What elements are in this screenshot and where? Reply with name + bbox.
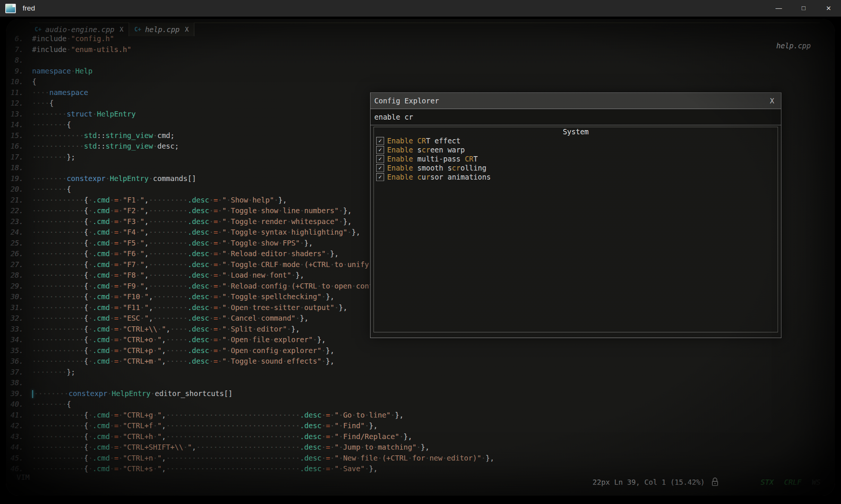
code-text: ············{·.cmd·=·"CTRL+o·",·····.des… xyxy=(32,334,326,345)
tab-audio-engine-cpp[interactable]: C+audio-engine.cppX xyxy=(29,23,129,36)
code-line: 36.············{·.cmd·=·"CTRL+m·",·····.… xyxy=(6,356,835,367)
config-item-label: Enable cursor animations xyxy=(387,173,491,181)
cursor-position-label: 22px Ln 39, Col 1 (15.42%) xyxy=(593,478,705,486)
line-number: 6. xyxy=(6,33,23,44)
popup-title: Config Explorer xyxy=(374,97,439,105)
code-line: 9.namespace·Help xyxy=(6,66,835,77)
code-text: ············{·.cmd·=·"CTRL+n·",·········… xyxy=(32,453,494,464)
checkbox-checked-icon[interactable]: ✓ xyxy=(376,146,384,154)
line-number: 15. xyxy=(6,130,23,141)
line-number: 41. xyxy=(6,410,23,421)
line-number: 43. xyxy=(6,431,23,442)
code-line: 44.············{·.cmd·=·"CTRL+SHIFT+\\·"… xyxy=(6,442,835,453)
tab-close-icon[interactable]: X xyxy=(185,26,189,33)
window-title: fred xyxy=(23,4,35,12)
code-text: ········struct·HelpEntry xyxy=(32,109,136,120)
minimize-button[interactable]: — xyxy=(766,0,791,17)
line-number: 14. xyxy=(6,119,23,130)
line-number: 18. xyxy=(6,162,23,173)
tab-help-cpp[interactable]: C+help.cppX xyxy=(129,23,194,36)
checkbox-checked-icon[interactable]: ✓ xyxy=(376,173,384,181)
line-number: 23. xyxy=(6,216,23,227)
lock-icon xyxy=(711,478,719,487)
text-cursor xyxy=(32,390,33,398)
code-text: ············{·.cmd·=·"F4·",·········.des… xyxy=(32,227,360,238)
line-number: 19. xyxy=(6,173,23,184)
config-list-panel: System ✓Enable CRT effect✓Enable screen … xyxy=(374,127,778,332)
code-text: ············{·.cmd·=·"CTRL+\\·",····.des… xyxy=(32,324,300,335)
file-name-overlay: help.cpp xyxy=(776,41,811,50)
window-titlebar: fred — □ ✕ xyxy=(0,0,841,17)
code-text: ········constexpr·HelpEntry·commands[] xyxy=(32,173,196,184)
code-text: namespace·Help xyxy=(32,66,92,77)
line-number: 11. xyxy=(6,87,23,98)
maximize-button[interactable]: □ xyxy=(791,0,816,17)
line-number: 44. xyxy=(6,442,23,453)
vim-mode-label: VIM xyxy=(17,473,29,481)
close-button[interactable]: ✕ xyxy=(816,0,841,17)
tab-close-icon[interactable]: X xyxy=(120,26,123,33)
status-flag-ws: WS xyxy=(812,478,821,486)
code-text: ············{·.cmd·=·"CTRL+g·",·········… xyxy=(32,410,404,421)
line-number: 12. xyxy=(6,98,23,109)
checkbox-checked-icon[interactable]: ✓ xyxy=(376,137,384,145)
line-number: 16. xyxy=(6,141,23,152)
config-item[interactable]: ✓Enable screen warp xyxy=(376,145,775,154)
config-item[interactable]: ✓Enable cursor animations xyxy=(376,172,775,181)
code-text: ············{·.cmd·=·"CTRL+h·",·········… xyxy=(32,431,412,442)
line-number: 26. xyxy=(6,248,23,259)
code-text: ············{·.cmd·=·"CTRL+SHIFT+\\·",··… xyxy=(32,442,429,453)
line-number: 25. xyxy=(6,238,23,249)
code-text: ········constexpr·HelpEntry·editor_short… xyxy=(32,388,232,399)
code-text: ········{ xyxy=(32,399,71,410)
line-number: 37. xyxy=(6,367,23,378)
code-text: #include·"enum-utils.h" xyxy=(32,44,131,55)
code-line: 35.············{·.cmd·=·"CTRL+p·",·····.… xyxy=(6,345,835,356)
line-number: 7. xyxy=(6,44,23,55)
code-text: ············{·.cmd·=·"F11·",········.des… xyxy=(32,302,347,313)
code-line: 41.············{·.cmd·=·"CTRL+g·",······… xyxy=(6,410,835,421)
status-flags: STXCRLFWS xyxy=(719,478,821,486)
code-text: ········{ xyxy=(32,119,71,130)
code-text: ····{ xyxy=(32,98,54,109)
line-number: 10. xyxy=(6,76,23,87)
code-text: ············{·.cmd·=·"ESC·",········.des… xyxy=(32,313,309,324)
code-text: ········}; xyxy=(32,152,75,163)
code-line: 8. xyxy=(6,55,835,66)
code-text: ····namespace xyxy=(32,87,88,98)
line-number: 40. xyxy=(6,399,23,410)
code-text: ········{ xyxy=(32,184,71,195)
checkbox-checked-icon[interactable]: ✓ xyxy=(376,155,384,163)
code-line: 43.············{·.cmd·=·"CTRL+h·",······… xyxy=(6,431,835,442)
code-text: ············{·.cmd·=·"F3·",·········.des… xyxy=(32,216,352,227)
code-line: 42.············{·.cmd·=·"CTRL+f·",······… xyxy=(6,420,835,431)
config-search-input[interactable]: enable cr xyxy=(371,109,781,125)
code-line: 40.········{ xyxy=(6,399,835,410)
code-text: ············{·.cmd·=·"F10·",········.des… xyxy=(32,291,334,302)
config-item[interactable]: ✓Enable multi-pass CRT xyxy=(376,154,775,163)
cpp-file-icon: C+ xyxy=(35,26,42,33)
config-item[interactable]: ✓Enable smooth scrolling xyxy=(376,163,775,172)
line-number: 35. xyxy=(6,345,23,356)
line-number: 13. xyxy=(6,109,23,120)
popup-close-button[interactable]: X xyxy=(767,97,777,105)
config-item[interactable]: ✓Enable CRT effect xyxy=(376,136,775,145)
line-number: 31. xyxy=(6,302,23,313)
code-text: ············{·.cmd·=·"F2·",·········.des… xyxy=(32,205,352,216)
tab-bar: C+audio-engine.cppXC+help.cppX xyxy=(29,23,194,36)
checkbox-checked-icon[interactable]: ✓ xyxy=(376,164,384,172)
code-text: ············{·.cmd·=·"CTRL+s·",·········… xyxy=(32,463,378,474)
line-number: 39. xyxy=(6,388,23,399)
status-flag-stx: STX xyxy=(761,478,773,486)
line-number: 28. xyxy=(6,270,23,281)
config-item-label: Enable smooth scrolling xyxy=(387,164,486,172)
code-line: 45.············{·.cmd·=·"CTRL+n·",······… xyxy=(6,453,835,464)
crt-screen: C+audio-engine.cppXC+help.cppX help.cpp … xyxy=(6,19,835,496)
line-number: 9. xyxy=(6,66,23,77)
code-line: 39.········constexpr·HelpEntry·editor_sh… xyxy=(6,388,835,399)
config-item-label: Enable multi-pass CRT xyxy=(387,155,478,163)
code-text: ············{·.cmd·=·"CTRL+m·",·····.des… xyxy=(32,356,334,367)
line-number: 27. xyxy=(6,259,23,270)
line-number: 46. xyxy=(6,463,23,474)
line-number: 20. xyxy=(6,184,23,195)
